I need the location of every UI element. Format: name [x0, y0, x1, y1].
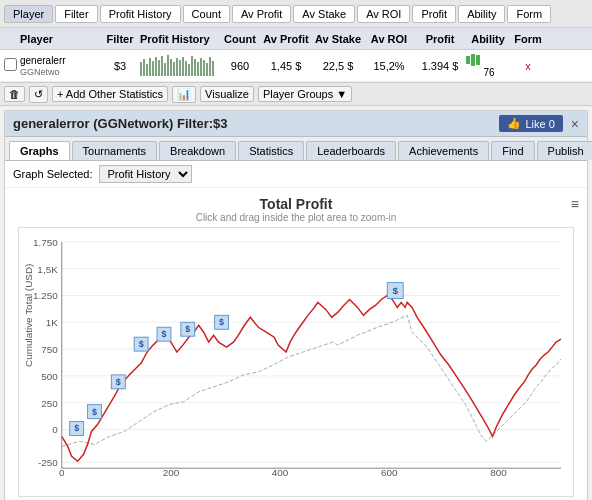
svg-rect-16 — [188, 64, 190, 76]
like-label: Like 0 — [525, 118, 554, 130]
graph-selector-label: Graph Selected: — [13, 168, 93, 180]
table-row[interactable]: generalerr GGNetwo $3 — [0, 50, 592, 82]
chart-subtitle: Click and drag inside the plot area to z… — [13, 212, 579, 223]
svg-rect-11 — [173, 62, 175, 76]
thumbs-up-icon: 👍 — [507, 117, 521, 130]
add-statistics-button[interactable]: + Add Other Statistics — [52, 86, 168, 102]
ability-bars — [466, 54, 510, 66]
tab-breakdown[interactable]: Breakdown — [159, 141, 236, 160]
ability-bar-2 — [471, 54, 475, 66]
svg-text:250: 250 — [41, 398, 58, 409]
svg-rect-20 — [200, 58, 202, 76]
svg-text:1.750: 1.750 — [33, 237, 58, 248]
col-count-header: Count — [220, 33, 260, 45]
col-avstake-header: Av Stake — [312, 33, 364, 45]
svg-text:$: $ — [219, 317, 224, 327]
tab-filter[interactable]: Filter — [55, 5, 97, 23]
svg-rect-2 — [146, 64, 148, 76]
profit-history-cell — [140, 54, 220, 78]
col-profit-header: Profit — [414, 33, 466, 45]
tab-graphs[interactable]: Graphs — [9, 141, 70, 160]
svg-rect-22 — [206, 63, 208, 76]
bottom-toolbar: 🗑 ↺ + Add Other Statistics 📊 Visualize P… — [0, 82, 592, 106]
svg-rect-1 — [143, 59, 145, 76]
tab-publish[interactable]: Publish — [537, 141, 592, 160]
tab-form[interactable]: Form — [507, 5, 551, 23]
form-indicator: x — [525, 60, 531, 72]
tab-av-profit[interactable]: Av Profit — [232, 5, 291, 23]
svg-text:$: $ — [116, 377, 121, 387]
svg-rect-18 — [194, 59, 196, 76]
tab-profit[interactable]: Profit — [412, 5, 456, 23]
close-button[interactable]: × — [571, 116, 579, 132]
svg-text:200: 200 — [163, 467, 180, 478]
graph-select-dropdown[interactable]: Profit History — [99, 165, 192, 183]
tab-find[interactable]: Find — [491, 141, 534, 160]
checkbox-input[interactable] — [4, 58, 17, 71]
tab-achievements[interactable]: Achievements — [398, 141, 489, 160]
count-cell: 960 — [220, 60, 260, 72]
chart-button[interactable]: 📊 — [172, 86, 196, 103]
svg-rect-3 — [149, 58, 151, 76]
tabs-bar: Graphs Tournaments Breakdown Statistics … — [5, 137, 587, 161]
col-filter-header: Filter — [100, 33, 140, 45]
svg-text:500: 500 — [41, 371, 58, 382]
tab-tournaments[interactable]: Tournaments — [72, 141, 158, 160]
row-checkbox[interactable] — [0, 58, 20, 73]
col-roi-header: Av ROI — [364, 33, 414, 45]
roi-cell: 15,2% — [364, 60, 414, 72]
tab-statistics[interactable]: Statistics — [238, 141, 304, 160]
total-profit-chart[interactable]: 1.750 1,5K 1.250 1K 750 500 250 0 -250 C… — [18, 227, 574, 497]
ability-value: 76 — [483, 67, 494, 78]
chart-menu-icon[interactable]: ≡ — [571, 196, 579, 212]
like-button[interactable]: 👍 Like 0 — [499, 115, 562, 132]
svg-rect-8 — [164, 63, 166, 76]
svg-text:-250: -250 — [38, 457, 58, 468]
panel-title: generalerror (GGNetwork) Filter:$3 — [13, 116, 228, 131]
svg-text:$: $ — [92, 407, 97, 417]
svg-text:400: 400 — [272, 467, 289, 478]
refresh-button[interactable]: ↺ — [29, 86, 48, 103]
tab-leaderboards[interactable]: Leaderboards — [306, 141, 396, 160]
chart-title: Total Profit — [13, 188, 579, 212]
av-profit-cell: 1,45 $ — [260, 60, 312, 72]
tab-profit-history[interactable]: Profit History — [100, 5, 181, 23]
player-name: generalerr — [20, 55, 100, 67]
col-player-header: Player — [20, 33, 100, 45]
av-stake-cell: 22,5 $ — [312, 60, 364, 72]
svg-rect-17 — [191, 56, 193, 76]
tab-av-stake[interactable]: Av Stake — [293, 5, 355, 23]
profit-cell: 1.394 $ — [414, 60, 466, 72]
svg-text:800: 800 — [490, 467, 507, 478]
ability-cell: 76 — [466, 54, 510, 78]
tab-count[interactable]: Count — [183, 5, 230, 23]
player-groups-button[interactable]: Player Groups ▼ — [258, 86, 352, 102]
svg-rect-12 — [176, 58, 178, 76]
profit-line — [62, 295, 561, 461]
tab-player[interactable]: Player — [4, 5, 53, 23]
svg-text:750: 750 — [41, 344, 58, 355]
svg-rect-0 — [140, 62, 142, 76]
tab-ability[interactable]: Ability — [458, 5, 505, 23]
svg-text:$: $ — [162, 329, 167, 339]
tab-av-roi[interactable]: Av ROI — [357, 5, 410, 23]
svg-rect-7 — [161, 56, 163, 76]
table-header: Player Filter Profit History Count Av Pr… — [0, 28, 592, 50]
svg-rect-10 — [170, 59, 172, 76]
svg-rect-21 — [203, 60, 205, 76]
svg-text:$: $ — [185, 324, 190, 334]
sparkline-chart — [140, 54, 215, 76]
chart-area: Total Profit Click and drag inside the p… — [5, 188, 587, 500]
svg-rect-9 — [167, 55, 169, 76]
form-cell: x — [510, 60, 546, 72]
svg-text:1K: 1K — [46, 317, 59, 328]
col-form-header: Form — [510, 33, 546, 45]
svg-text:1.250: 1.250 — [33, 290, 58, 301]
svg-rect-6 — [158, 60, 160, 76]
delete-button[interactable]: 🗑 — [4, 86, 25, 102]
svg-rect-4 — [152, 61, 154, 76]
main-panel: generalerror (GGNetwork) Filter:$3 👍 Lik… — [4, 110, 588, 500]
svg-text:$: $ — [139, 339, 144, 349]
visualize-button[interactable]: Visualize — [200, 86, 254, 102]
svg-text:$: $ — [74, 423, 79, 433]
